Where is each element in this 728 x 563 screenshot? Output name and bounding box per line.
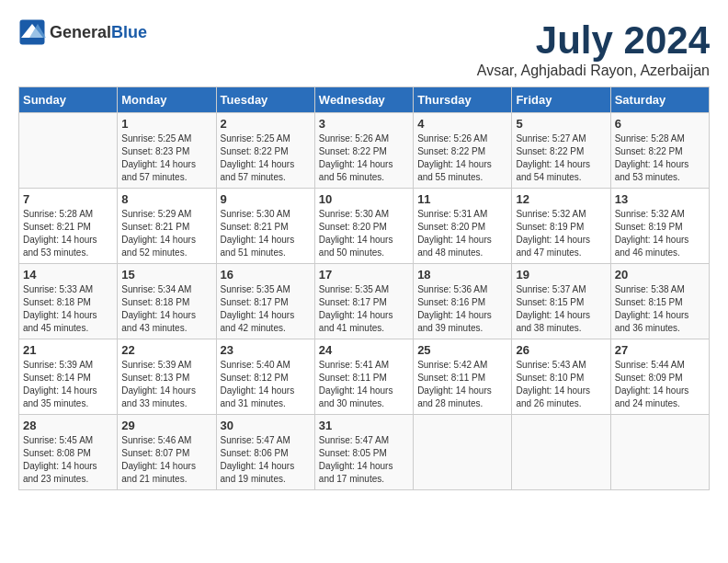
day-number: 5	[516, 117, 606, 131]
day-number: 11	[417, 192, 507, 206]
day-info: Sunrise: 5:37 AMSunset: 8:15 PMDaylight:…	[516, 283, 606, 335]
day-info: Sunrise: 5:32 AMSunset: 8:19 PMDaylight:…	[516, 208, 606, 259]
day-cell: 11Sunrise: 5:31 AMSunset: 8:20 PMDayligh…	[414, 189, 512, 264]
day-cell: 29Sunrise: 5:46 AMSunset: 8:07 PMDayligh…	[118, 415, 216, 490]
day-cell: 27Sunrise: 5:44 AMSunset: 8:09 PMDayligh…	[610, 339, 709, 415]
title-area: July 2024 Avsar, Aghjabadi Rayon, Azerba…	[477, 18, 710, 79]
day-cell: 20Sunrise: 5:38 AMSunset: 8:15 PMDayligh…	[610, 264, 709, 339]
week-row-3: 21Sunrise: 5:39 AMSunset: 8:14 PMDayligh…	[19, 339, 710, 415]
day-number: 23	[221, 343, 311, 357]
day-cell	[512, 415, 610, 490]
day-number: 27	[615, 343, 705, 357]
day-info: Sunrise: 5:38 AMSunset: 8:15 PMDaylight:…	[615, 283, 705, 335]
day-info: Sunrise: 5:47 AMSunset: 8:06 PMDaylight:…	[221, 434, 311, 486]
day-number: 2	[221, 117, 311, 131]
day-cell: 5Sunrise: 5:27 AMSunset: 8:22 PMDaylight…	[512, 113, 610, 189]
day-cell: 13Sunrise: 5:32 AMSunset: 8:19 PMDayligh…	[610, 189, 709, 264]
logo-text-general: General	[50, 23, 111, 41]
day-info: Sunrise: 5:26 AMSunset: 8:22 PMDaylight:…	[319, 132, 409, 184]
week-row-4: 28Sunrise: 5:45 AMSunset: 8:08 PMDayligh…	[19, 415, 710, 490]
day-cell: 6Sunrise: 5:28 AMSunset: 8:22 PMDaylight…	[610, 113, 709, 189]
header: GeneralBlue July 2024 Avsar, Aghjabadi R…	[18, 18, 710, 79]
day-header-wednesday: Wednesday	[314, 87, 413, 113]
day-cell: 31Sunrise: 5:47 AMSunset: 8:05 PMDayligh…	[314, 415, 413, 490]
day-cell: 4Sunrise: 5:26 AMSunset: 8:22 PMDaylight…	[414, 113, 512, 189]
day-number: 1	[121, 117, 211, 131]
day-cell: 18Sunrise: 5:36 AMSunset: 8:16 PMDayligh…	[414, 264, 512, 339]
day-info: Sunrise: 5:36 AMSunset: 8:16 PMDaylight:…	[417, 283, 507, 335]
day-header-sunday: Sunday	[19, 87, 118, 113]
day-cell: 1Sunrise: 5:25 AMSunset: 8:23 PMDaylight…	[118, 113, 216, 189]
day-info: Sunrise: 5:29 AMSunset: 8:21 PMDaylight:…	[121, 208, 211, 259]
day-cell: 14Sunrise: 5:33 AMSunset: 8:18 PMDayligh…	[19, 264, 118, 339]
day-number: 30	[221, 419, 311, 432]
day-cell	[610, 415, 709, 490]
day-header-thursday: Thursday	[414, 87, 512, 113]
day-number: 4	[417, 117, 507, 131]
day-cell: 16Sunrise: 5:35 AMSunset: 8:17 PMDayligh…	[216, 264, 314, 339]
day-info: Sunrise: 5:47 AMSunset: 8:05 PMDaylight:…	[319, 434, 409, 486]
day-info: Sunrise: 5:39 AMSunset: 8:13 PMDaylight:…	[121, 359, 211, 410]
day-number: 9	[221, 192, 311, 206]
day-info: Sunrise: 5:33 AMSunset: 8:18 PMDaylight:…	[23, 283, 113, 335]
day-number: 6	[615, 117, 705, 131]
day-info: Sunrise: 5:35 AMSunset: 8:17 PMDaylight:…	[319, 283, 409, 335]
day-number: 26	[516, 343, 606, 357]
day-cell: 12Sunrise: 5:32 AMSunset: 8:19 PMDayligh…	[512, 189, 610, 264]
day-cell: 22Sunrise: 5:39 AMSunset: 8:13 PMDayligh…	[118, 339, 216, 415]
day-number: 10	[319, 192, 409, 206]
day-info: Sunrise: 5:44 AMSunset: 8:09 PMDaylight:…	[615, 359, 705, 410]
logo: GeneralBlue	[18, 18, 147, 46]
calendar-body: 1Sunrise: 5:25 AMSunset: 8:23 PMDaylight…	[19, 113, 710, 490]
day-cell: 15Sunrise: 5:34 AMSunset: 8:18 PMDayligh…	[118, 264, 216, 339]
day-number: 25	[417, 343, 507, 357]
day-header-friday: Friday	[512, 87, 610, 113]
day-number: 12	[516, 192, 606, 206]
day-cell: 8Sunrise: 5:29 AMSunset: 8:21 PMDaylight…	[118, 189, 216, 264]
day-info: Sunrise: 5:32 AMSunset: 8:19 PMDaylight:…	[615, 208, 705, 259]
day-info: Sunrise: 5:45 AMSunset: 8:08 PMDaylight:…	[23, 434, 113, 486]
day-cell: 25Sunrise: 5:42 AMSunset: 8:11 PMDayligh…	[414, 339, 512, 415]
day-info: Sunrise: 5:26 AMSunset: 8:22 PMDaylight:…	[417, 132, 507, 184]
day-info: Sunrise: 5:41 AMSunset: 8:11 PMDaylight:…	[319, 359, 409, 410]
day-number: 15	[121, 268, 211, 282]
location-title: Avsar, Aghjabadi Rayon, Azerbaijan	[477, 63, 710, 79]
day-number: 22	[121, 343, 211, 357]
day-cell: 26Sunrise: 5:43 AMSunset: 8:10 PMDayligh…	[512, 339, 610, 415]
day-cell: 17Sunrise: 5:35 AMSunset: 8:17 PMDayligh…	[314, 264, 413, 339]
day-number: 19	[516, 268, 606, 282]
day-number: 29	[121, 419, 211, 432]
day-info: Sunrise: 5:25 AMSunset: 8:23 PMDaylight:…	[121, 132, 211, 184]
day-cell	[414, 415, 512, 490]
day-info: Sunrise: 5:34 AMSunset: 8:18 PMDaylight:…	[121, 283, 211, 335]
day-info: Sunrise: 5:39 AMSunset: 8:14 PMDaylight:…	[23, 359, 113, 410]
day-info: Sunrise: 5:40 AMSunset: 8:12 PMDaylight:…	[221, 359, 311, 410]
day-header-tuesday: Tuesday	[216, 87, 314, 113]
day-header-saturday: Saturday	[610, 87, 709, 113]
week-row-0: 1Sunrise: 5:25 AMSunset: 8:23 PMDaylight…	[19, 113, 710, 189]
day-number: 21	[23, 343, 113, 357]
day-info: Sunrise: 5:31 AMSunset: 8:20 PMDaylight:…	[417, 208, 507, 259]
day-number: 14	[23, 268, 113, 282]
day-cell: 10Sunrise: 5:30 AMSunset: 8:20 PMDayligh…	[314, 189, 413, 264]
day-number: 16	[221, 268, 311, 282]
day-cell: 24Sunrise: 5:41 AMSunset: 8:11 PMDayligh…	[314, 339, 413, 415]
day-info: Sunrise: 5:46 AMSunset: 8:07 PMDaylight:…	[121, 434, 211, 486]
day-cell: 21Sunrise: 5:39 AMSunset: 8:14 PMDayligh…	[19, 339, 118, 415]
week-row-1: 7Sunrise: 5:28 AMSunset: 8:21 PMDaylight…	[19, 189, 710, 264]
day-number: 7	[23, 192, 113, 206]
day-cell: 9Sunrise: 5:30 AMSunset: 8:21 PMDaylight…	[216, 189, 314, 264]
calendar-table: SundayMondayTuesdayWednesdayThursdayFrid…	[18, 86, 710, 490]
day-cell: 30Sunrise: 5:47 AMSunset: 8:06 PMDayligh…	[216, 415, 314, 490]
day-cell: 2Sunrise: 5:25 AMSunset: 8:22 PMDaylight…	[216, 113, 314, 189]
day-number: 13	[615, 192, 705, 206]
day-number: 28	[23, 419, 113, 432]
day-info: Sunrise: 5:35 AMSunset: 8:17 PMDaylight:…	[221, 283, 311, 335]
day-cell: 23Sunrise: 5:40 AMSunset: 8:12 PMDayligh…	[216, 339, 314, 415]
day-number: 20	[615, 268, 705, 282]
day-info: Sunrise: 5:28 AMSunset: 8:22 PMDaylight:…	[615, 132, 705, 184]
day-header-monday: Monday	[118, 87, 216, 113]
day-info: Sunrise: 5:42 AMSunset: 8:11 PMDaylight:…	[417, 359, 507, 410]
day-number: 17	[319, 268, 409, 282]
day-cell	[19, 113, 118, 189]
